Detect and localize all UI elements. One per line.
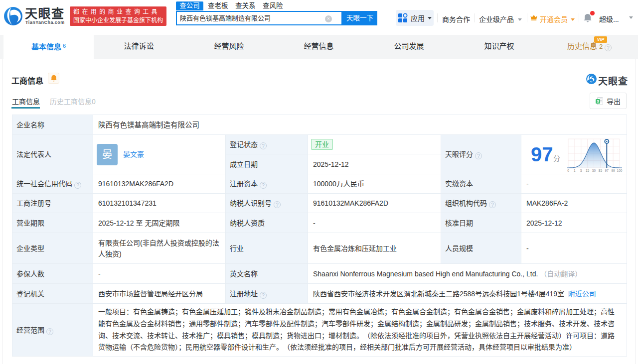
svg-text:100: 100 bbox=[617, 169, 623, 172]
svg-text:85: 85 bbox=[599, 169, 603, 172]
svg-text:50: 50 bbox=[592, 169, 596, 172]
svg-text:0: 0 bbox=[567, 169, 569, 172]
svg-text:15: 15 bbox=[586, 169, 590, 172]
svg-text:99: 99 bbox=[611, 169, 615, 172]
svg-text:5: 5 bbox=[580, 169, 582, 172]
svg-text:97: 97 bbox=[605, 169, 609, 172]
svg-text:1: 1 bbox=[574, 169, 576, 172]
